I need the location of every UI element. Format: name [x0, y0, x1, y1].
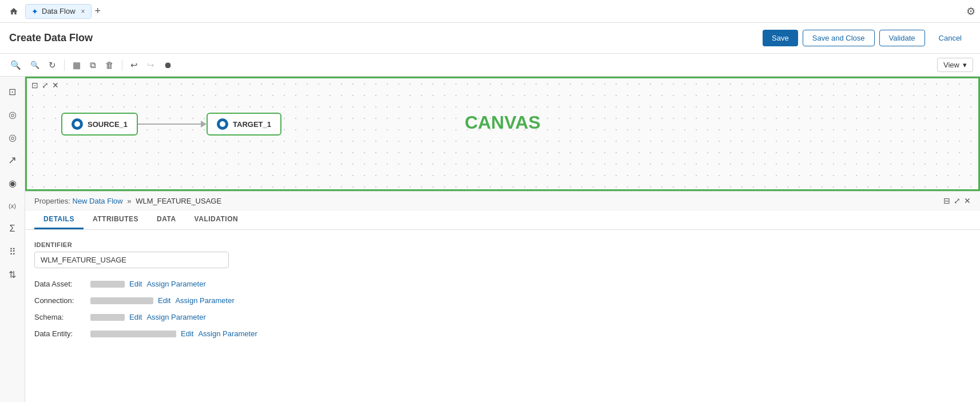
copy-button[interactable]: ⧉	[86, 58, 100, 73]
schema-value	[90, 314, 125, 321]
sidebar-icon-sigma[interactable]: Σ	[2, 218, 23, 239]
sidebar-icon-flow[interactable]: ↗	[2, 150, 23, 170]
canvas-panel-icon[interactable]: ⊡	[31, 81, 38, 90]
properties-content: IDENTIFIER Data Asset: Edit Assign Param…	[25, 230, 980, 357]
source-node[interactable]: SOURCE_1	[61, 113, 138, 136]
connector-arrow	[201, 121, 207, 128]
zoom-out-icon: 🔍	[30, 61, 39, 69]
properties-label: Properties:	[34, 197, 70, 205]
refresh-icon: ↻	[49, 60, 56, 70]
delete-button[interactable]: 🗑	[102, 58, 117, 72]
connection-label: Connection:	[34, 296, 86, 305]
canvas-close-button[interactable]: ✕	[52, 81, 59, 90]
layout-icon: ▦	[73, 60, 81, 70]
identifier-label: IDENTIFIER	[34, 241, 971, 248]
sidebar-icon-source[interactable]: ◎	[2, 127, 23, 148]
properties-title: Properties: New Data Flow » WLM_FEATURE_…	[34, 197, 221, 205]
schema-label: Schema:	[34, 313, 86, 321]
canvas-panel: ⊡ ⤢ ✕ CANVAS SOURCE_1	[25, 77, 980, 191]
connection-value	[90, 297, 153, 304]
data-asset-label: Data Asset:	[34, 280, 86, 288]
view-dropdown-icon: ▾	[963, 61, 967, 69]
left-sidebar: ⊡ ◎ ◎ ↗ ◉ (x) Σ ⠿ ⇅	[0, 77, 25, 402]
properties-header: Properties: New Data Flow » WLM_FEATURE_…	[25, 192, 980, 210]
redo-icon: ↪	[147, 60, 154, 70]
validate-button[interactable]: Validate	[879, 30, 925, 46]
settings-icon: ⏺	[164, 60, 172, 70]
properties-tabs: DETAILS ATTRIBUTES DATA VALIDATION	[25, 210, 980, 230]
redo-button[interactable]: ↪	[144, 58, 158, 73]
add-tab-button[interactable]: +	[95, 5, 101, 17]
page-title: Create Data Flow	[9, 32, 763, 44]
settings-button[interactable]: ⏺	[160, 58, 176, 72]
sidebar-icon-filter[interactable]: ◉	[2, 173, 23, 193]
properties-separator: »	[127, 197, 131, 205]
identifier-field-group: IDENTIFIER	[34, 241, 971, 268]
zoom-out-button[interactable]: 🔍	[27, 58, 43, 71]
zoom-in-button[interactable]: 🔍	[7, 58, 25, 73]
sidebar-icon-target[interactable]: ◎	[2, 104, 23, 125]
schema-assign-link[interactable]: Assign Parameter	[146, 313, 205, 321]
undo-icon: ↩	[130, 60, 138, 70]
source-node-label: SOURCE_1	[88, 120, 128, 129]
properties-minimize-button[interactable]: ⊟	[943, 196, 950, 205]
tab-validation[interactable]: VALIDATION	[185, 210, 248, 229]
data-flow-tab[interactable]: ✦ Data Flow ×	[25, 4, 92, 19]
connection-edit-link[interactable]: Edit	[158, 296, 170, 305]
data-asset-assign-link[interactable]: Assign Parameter	[146, 280, 205, 288]
data-entity-edit-link[interactable]: Edit	[181, 329, 193, 338]
canvas-label: CANVAS	[465, 112, 541, 133]
tab-icon: ✦	[31, 7, 38, 16]
refresh-button[interactable]: ↻	[45, 58, 59, 73]
main-layout: ⊡ ◎ ◎ ↗ ◉ (x) Σ ⠿ ⇅ ⊡ ⤢ ✕ CANVAS	[0, 77, 980, 402]
tab-details[interactable]: DETAILS	[34, 210, 84, 229]
identifier-input[interactable]	[34, 252, 229, 268]
delete-icon: 🗑	[105, 60, 114, 70]
connector-line	[138, 124, 201, 125]
properties-close-button[interactable]: ✕	[964, 196, 971, 205]
save-button[interactable]: Save	[763, 30, 798, 46]
page-header: Create Data Flow Save Save and Close Val…	[0, 23, 980, 54]
view-dropdown[interactable]: View ▾	[937, 58, 973, 72]
tab-data[interactable]: DATA	[148, 210, 185, 229]
cancel-button[interactable]: Cancel	[930, 30, 971, 46]
data-entity-label: Data Entity:	[34, 329, 86, 338]
schema-row: Schema: Edit Assign Parameter	[34, 313, 971, 321]
home-tab[interactable]	[5, 5, 23, 18]
properties-expand-button[interactable]: ⤢	[954, 196, 961, 205]
sidebar-icon-variable[interactable]: (x)	[2, 196, 23, 216]
target-node[interactable]: TARGET_1	[207, 113, 281, 136]
sidebar-icon-sort[interactable]: ⇅	[2, 264, 23, 285]
tab-attributes[interactable]: ATTRIBUTES	[84, 210, 148, 229]
target-node-icon	[217, 118, 228, 130]
canvas-header-row: ⊡ ⤢ ✕	[27, 78, 978, 92]
connection-row: Connection: Edit Assign Parameter	[34, 296, 971, 305]
data-asset-edit-link[interactable]: Edit	[129, 280, 142, 288]
data-entity-value	[90, 331, 176, 337]
tab-label: Data Flow	[42, 7, 76, 15]
properties-breadcrumb-link[interactable]: New Data Flow	[73, 197, 123, 205]
properties-controls: ⊟ ⤢ ✕	[943, 196, 971, 205]
connection-assign-link[interactable]: Assign Parameter	[175, 296, 234, 305]
view-label: View	[943, 61, 959, 69]
data-asset-value	[90, 281, 125, 288]
sidebar-icon-layout[interactable]: ⊡	[2, 81, 23, 102]
layout-button[interactable]: ▦	[69, 58, 84, 73]
toolbar-separator-2	[122, 59, 122, 71]
save-and-close-button[interactable]: Save and Close	[803, 30, 875, 46]
copy-icon: ⧉	[90, 60, 96, 70]
top-right-area: ⚙	[966, 5, 975, 18]
canvas-expand-button[interactable]: ⤢	[42, 81, 49, 90]
schema-edit-link[interactable]: Edit	[129, 313, 142, 321]
data-entity-row: Data Entity: Edit Assign Parameter	[34, 329, 971, 338]
target-node-label: TARGET_1	[233, 120, 271, 129]
properties-panel: Properties: New Data Flow » WLM_FEATURE_…	[25, 191, 980, 402]
source-node-icon	[72, 118, 83, 130]
undo-button[interactable]: ↩	[127, 58, 141, 73]
data-entity-assign-link[interactable]: Assign Parameter	[198, 329, 257, 338]
sidebar-icon-grid[interactable]: ⠿	[2, 241, 23, 262]
tab-close-button[interactable]: ×	[81, 7, 85, 15]
gear-icon[interactable]: ⚙	[966, 5, 975, 18]
canvas-controls: ⊡ ⤢ ✕	[31, 81, 59, 90]
header-buttons: Save Save and Close Validate Cancel	[763, 30, 971, 46]
